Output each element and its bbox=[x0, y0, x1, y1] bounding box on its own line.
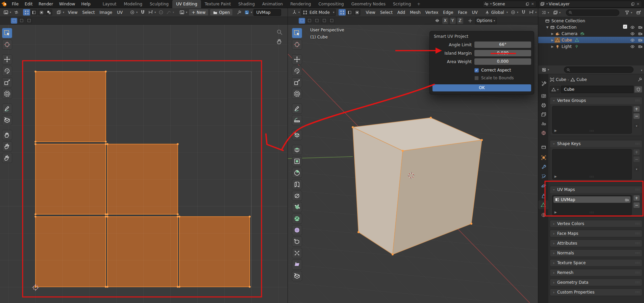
viewport-menu-add[interactable]: Add bbox=[395, 10, 407, 15]
uv-select-mode-edge[interactable] bbox=[30, 9, 38, 16]
tool-rotate[interactable] bbox=[2, 66, 12, 76]
viewport-menu-face[interactable]: Face bbox=[456, 10, 470, 15]
uv-editor-canvas[interactable] bbox=[0, 25, 288, 303]
grip-icon[interactable]: ∷∷ bbox=[636, 232, 640, 235]
grip-icon[interactable]: ∷∷ bbox=[636, 142, 640, 145]
outliner-row-camera[interactable]: ▶Camera bbox=[538, 30, 644, 37]
selop-intersect[interactable] bbox=[328, 18, 335, 24]
expand-icon[interactable]: › bbox=[552, 99, 556, 102]
expand-icon[interactable]: › bbox=[552, 241, 555, 246]
breadcrumb-object[interactable]: Cube bbox=[556, 77, 566, 82]
expand-icon[interactable]: › bbox=[552, 231, 555, 236]
remove-vertex-groups-button[interactable]: − bbox=[633, 113, 640, 119]
tool-rip-region[interactable] bbox=[2, 115, 12, 125]
panel-texture-space[interactable]: ›Texture Space∷∷ bbox=[550, 259, 642, 267]
grip-icon[interactable]: ∷∷ bbox=[636, 271, 640, 274]
tool-grab[interactable] bbox=[2, 130, 12, 140]
uv-map-name[interactable]: UVMap bbox=[561, 197, 575, 202]
new-image-button[interactable]: +New bbox=[189, 9, 208, 16]
outliner-search-input[interactable] bbox=[566, 9, 619, 16]
expand-icon[interactable]: › bbox=[552, 222, 555, 226]
uv-falloff-button[interactable]: ▾ bbox=[165, 9, 175, 16]
shape-keys-list[interactable]: ▶∷∷ bbox=[552, 149, 632, 180]
fake-user-shield-button[interactable] bbox=[634, 86, 642, 93]
expand-icon[interactable]: › bbox=[552, 142, 556, 145]
expand-icon[interactable]: ▶ bbox=[554, 129, 557, 132]
tool-transform[interactable] bbox=[2, 89, 12, 99]
dialog-field-value-area-weight[interactable]: 0.000 bbox=[474, 58, 531, 65]
viewport-menu-view[interactable]: View bbox=[363, 10, 377, 15]
expander-icon[interactable]: ▶ bbox=[550, 45, 554, 48]
outliner-row-light[interactable]: ▶Light bbox=[538, 43, 644, 50]
remove-shape-keys-button[interactable]: − bbox=[633, 156, 640, 162]
properties-tab-object[interactable] bbox=[539, 153, 548, 162]
mode-selector[interactable]: Edit Mode▾ bbox=[301, 9, 336, 16]
tool-shear[interactable] bbox=[292, 259, 302, 270]
panel-header-vertex-groups[interactable]: ›Vertex Groups∷∷ bbox=[550, 97, 642, 104]
hide-eye-toggle[interactable] bbox=[630, 31, 635, 36]
selop-extend[interactable] bbox=[306, 18, 313, 24]
tool-add-cube[interactable] bbox=[292, 130, 302, 140]
expand-icon[interactable]: › bbox=[552, 188, 556, 191]
properties-tab-material[interactable] bbox=[539, 211, 548, 219]
properties-tab-output[interactable] bbox=[539, 101, 548, 110]
outliner-item-label[interactable]: Cube bbox=[562, 38, 572, 43]
open-image-button[interactable]: Open bbox=[210, 9, 233, 16]
selop-subtract[interactable] bbox=[314, 18, 320, 24]
pin-icon[interactable] bbox=[236, 9, 243, 16]
workspace-tab-geometry-nodes[interactable]: Geometry Nodes bbox=[348, 0, 389, 8]
properties-search-input[interactable] bbox=[564, 66, 634, 73]
panel-attributes[interactable]: ›Attributes∷∷ bbox=[550, 240, 642, 247]
pan-hand-icon[interactable] bbox=[276, 38, 283, 45]
properties-tab-object-data[interactable] bbox=[538, 200, 548, 209]
workspace-tab-rendering[interactable]: Rendering bbox=[287, 0, 315, 8]
menu-file[interactable]: File bbox=[9, 0, 22, 8]
render-visibility-toggle[interactable] bbox=[638, 31, 643, 36]
collection-checkbox[interactable]: ✓ bbox=[623, 25, 627, 29]
mirror-y-toggle[interactable]: Y bbox=[450, 18, 456, 24]
mesh-datablock-icon[interactable]: ▾ bbox=[550, 86, 560, 93]
outliner-row-scene-collection[interactable]: Scene Collection bbox=[538, 18, 644, 24]
uv-map-name-field[interactable]: UVMap bbox=[253, 9, 281, 16]
expand-icon[interactable]: › bbox=[552, 271, 555, 275]
panel-remesh[interactable]: ›Remesh∷∷ bbox=[550, 269, 642, 276]
uv-snap-toggle[interactable] bbox=[139, 9, 147, 16]
tool-annotate[interactable] bbox=[292, 104, 302, 114]
expand-icon[interactable]: › bbox=[552, 261, 555, 265]
grip-icon[interactable]: ∷∷ bbox=[636, 242, 640, 245]
dialog-field-value-island-margin[interactable]: 0.030 bbox=[474, 50, 531, 56]
outliner-item-label[interactable]: Collection bbox=[556, 25, 576, 30]
panel-face-maps[interactable]: ›Face Maps∷∷ bbox=[550, 230, 642, 237]
tool-move[interactable] bbox=[292, 54, 302, 64]
uv-menu-view[interactable]: View bbox=[66, 10, 80, 15]
remove-view-layer-icon[interactable]: × bbox=[636, 2, 640, 6]
checkbox-correct-aspect[interactable]: ✓ bbox=[474, 68, 479, 73]
workspace-tab-modeling[interactable]: Modeling bbox=[120, 0, 146, 8]
unlink-icon[interactable]: × bbox=[530, 2, 535, 6]
properties-tab-particles[interactable] bbox=[539, 172, 548, 181]
breadcrumb-data[interactable]: Cube bbox=[576, 77, 587, 82]
uv-snap-settings-button[interactable]: ▾ bbox=[147, 9, 157, 16]
expand-icon[interactable]: › bbox=[552, 280, 555, 285]
hide-eye-toggle[interactable] bbox=[630, 44, 635, 49]
uv-map-item[interactable]: UVMap bbox=[553, 196, 630, 203]
outliner-row-collection[interactable]: ▼Collection✓ bbox=[538, 24, 644, 30]
workspace-tab-compositing[interactable]: Compositing bbox=[315, 0, 347, 8]
viewport-menu-select[interactable]: Select bbox=[378, 10, 395, 15]
expander-icon[interactable]: ▶ bbox=[550, 32, 554, 35]
camera-icon[interactable] bbox=[625, 197, 629, 202]
tool-smooth[interactable] bbox=[292, 225, 302, 235]
scene-selector[interactable]: ▾Scene× bbox=[482, 1, 537, 7]
panel-geometry-data[interactable]: ›Geometry Data∷∷ bbox=[550, 279, 642, 286]
editor-type-button[interactable]: ▾ bbox=[291, 9, 301, 16]
grip-icon[interactable]: ∷∷ bbox=[590, 211, 594, 214]
dialog-field-value-angle-limit[interactable]: 66° bbox=[474, 42, 531, 48]
uv-menu-uv[interactable]: UV bbox=[115, 10, 125, 15]
select-mode-edge[interactable] bbox=[346, 9, 353, 16]
pivot-point-button[interactable]: ▾ bbox=[509, 9, 520, 16]
uv-selop-extend[interactable] bbox=[18, 18, 25, 24]
tool-loop-cut[interactable] bbox=[292, 179, 302, 189]
menu-window[interactable]: Window bbox=[56, 0, 78, 8]
menu-edit[interactable]: Edit bbox=[22, 0, 35, 8]
tool-move[interactable] bbox=[2, 54, 12, 64]
